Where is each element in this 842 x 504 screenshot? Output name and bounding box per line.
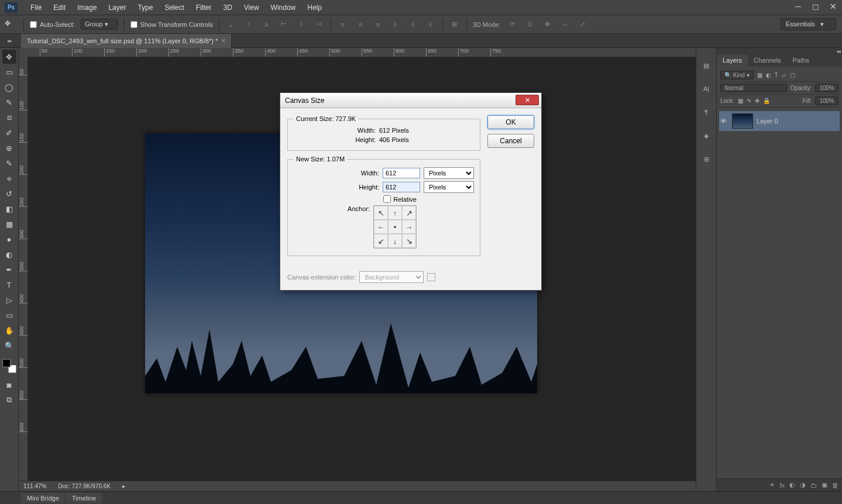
- distribute-hcenter-icon[interactable]: ⦀: [407, 19, 419, 30]
- color-swatches[interactable]: [2, 359, 16, 373]
- filter-kind-select[interactable]: 🔍 Kind ▾: [720, 71, 754, 80]
- auto-select-checkbox[interactable]: Auto-Select:: [30, 21, 75, 28]
- new-height-input[interactable]: [383, 182, 420, 192]
- layer-mask-icon[interactable]: ◐: [789, 481, 795, 489]
- delete-layer-icon[interactable]: 🗑: [832, 482, 838, 489]
- ruler-origin[interactable]: [19, 48, 28, 57]
- marquee-tool[interactable]: ▭: [2, 65, 16, 79]
- anchor-se[interactable]: ↘: [402, 234, 416, 248]
- paths-tab[interactable]: Paths: [787, 55, 815, 67]
- vertical-ruler[interactable]: 50100150200250300350400450500550600: [19, 57, 28, 491]
- paragraph-panel-icon[interactable]: ¶: [700, 106, 712, 118]
- new-width-units-select[interactable]: Pixels: [424, 167, 474, 179]
- scale-3d-icon[interactable]: ⤢: [576, 19, 588, 30]
- lock-pixels-icon[interactable]: ✎: [747, 98, 751, 104]
- slide-3d-icon[interactable]: ↔: [559, 19, 571, 30]
- orbit-3d-icon[interactable]: ⟳: [506, 19, 518, 30]
- menu-file[interactable]: File: [25, 1, 47, 14]
- quick-select-tool[interactable]: ✎: [2, 95, 16, 109]
- blur-tool[interactable]: ●: [2, 232, 16, 246]
- foreground-swatch[interactable]: [2, 359, 11, 367]
- align-left-icon[interactable]: ⊢: [278, 19, 290, 30]
- lock-position-icon[interactable]: ✥: [755, 98, 759, 104]
- history-panel-icon[interactable]: ▤: [700, 60, 712, 71]
- collapse-panels-icon[interactable]: ◂◂: [836, 48, 840, 54]
- menu-layer[interactable]: Layer: [102, 1, 132, 14]
- window-maximize-button[interactable]: ◻: [807, 0, 824, 13]
- distribute-left-icon[interactable]: ⦀: [390, 19, 401, 30]
- anchor-e[interactable]: →: [402, 220, 416, 234]
- anchor-w[interactable]: ←: [374, 220, 388, 234]
- zoom-tool[interactable]: 🔍: [2, 339, 16, 353]
- blend-mode-select[interactable]: Normal: [720, 84, 787, 92]
- filter-type-icon[interactable]: T: [775, 72, 778, 78]
- lasso-tool[interactable]: ◯: [2, 80, 16, 94]
- quick-mask-tool[interactable]: ◙: [2, 378, 16, 392]
- healing-tool[interactable]: ⊕: [2, 141, 16, 155]
- menu-view[interactable]: View: [238, 1, 265, 14]
- menu-window[interactable]: Window: [265, 1, 302, 14]
- crop-tool[interactable]: ⧈: [2, 111, 16, 125]
- align-top-icon[interactable]: ⫠: [225, 19, 237, 30]
- new-height-units-select[interactable]: Pixels: [424, 181, 474, 193]
- channels-tab[interactable]: Channels: [748, 55, 786, 67]
- status-more-icon[interactable]: ▸: [122, 483, 125, 489]
- move-tool[interactable]: ✥: [2, 50, 16, 64]
- anchor-sw[interactable]: ↙: [374, 234, 388, 248]
- align-hcenter-icon[interactable]: ⫲: [295, 19, 307, 30]
- lock-transparency-icon[interactable]: ▦: [738, 98, 743, 104]
- window-close-button[interactable]: ✕: [824, 0, 842, 13]
- lock-all-icon[interactable]: 🔒: [763, 98, 770, 104]
- layer-name-label[interactable]: Layer 0: [757, 118, 778, 125]
- link-layers-icon[interactable]: ⚭: [769, 481, 775, 489]
- layer-thumbnail[interactable]: [732, 113, 753, 129]
- align-bottom-icon[interactable]: ⫡: [260, 19, 272, 30]
- dialog-close-button[interactable]: ✕: [515, 95, 539, 105]
- horizontal-ruler[interactable]: 5010015020025030035040045050055060065070…: [28, 48, 696, 57]
- close-tab-icon[interactable]: ×: [221, 37, 225, 45]
- menu-type[interactable]: Type: [132, 1, 159, 14]
- layer-group-icon[interactable]: 🗀: [810, 482, 817, 489]
- menu-select[interactable]: Select: [159, 1, 190, 14]
- zoom-level[interactable]: 111.47%: [23, 483, 46, 489]
- history-brush-tool[interactable]: ↺: [2, 187, 16, 201]
- hand-tool[interactable]: ✋: [2, 323, 16, 337]
- character-panel-icon[interactable]: A|: [700, 83, 712, 95]
- gradient-tool[interactable]: ▦: [2, 217, 16, 231]
- anchor-s[interactable]: ↓: [388, 234, 402, 248]
- align-right-icon[interactable]: ⊣: [313, 19, 325, 30]
- eyedropper-tool[interactable]: ✐: [2, 126, 16, 140]
- document-tab[interactable]: Tutorial_DSC_2493_wm_full size.psd @ 111…: [21, 34, 232, 48]
- align-vcenter-icon[interactable]: ⫱: [243, 19, 255, 30]
- timeline-tab[interactable]: Timeline: [66, 493, 102, 503]
- doc-size-label[interactable]: Doc: 727.9K/970.6K: [58, 483, 111, 489]
- distribute-top-icon[interactable]: ≡: [337, 19, 349, 30]
- properties-panel-icon[interactable]: ⊞: [700, 153, 712, 165]
- cancel-button[interactable]: Cancel: [487, 134, 534, 148]
- filter-pixel-icon[interactable]: ▦: [757, 72, 762, 78]
- auto-align-icon[interactable]: ⊞: [449, 19, 460, 30]
- eraser-tool[interactable]: ◧: [2, 202, 16, 216]
- anchor-n[interactable]: ↑: [388, 206, 402, 220]
- auto-select-mode-select[interactable]: Group ▾: [81, 19, 118, 30]
- dialog-titlebar[interactable]: Canvas Size ✕: [280, 93, 541, 108]
- brush-tool[interactable]: ✎: [2, 156, 16, 170]
- new-layer-icon[interactable]: ▣: [822, 481, 827, 489]
- menu-edit[interactable]: Edit: [47, 1, 71, 14]
- filter-smart-icon[interactable]: ▢: [790, 72, 795, 78]
- filter-adjustment-icon[interactable]: ◐: [766, 72, 771, 78]
- path-select-tool[interactable]: ▷: [2, 293, 16, 307]
- dodge-tool[interactable]: ◐: [2, 247, 16, 261]
- opacity-input[interactable]: 100%: [815, 84, 838, 92]
- menu-image[interactable]: Image: [71, 1, 102, 14]
- shape-tool[interactable]: ▭: [2, 308, 16, 322]
- pan-3d-icon[interactable]: ✥: [541, 19, 553, 30]
- roll-3d-icon[interactable]: ⊙: [524, 19, 535, 30]
- menu-help[interactable]: Help: [301, 1, 328, 14]
- anchor-ne[interactable]: ↗: [402, 206, 416, 220]
- new-width-input[interactable]: [383, 168, 420, 178]
- adjustment-layer-icon[interactable]: ◑: [800, 481, 806, 489]
- layer-row[interactable]: 👁 Layer 0: [719, 111, 840, 131]
- menu-3d[interactable]: 3D: [217, 1, 238, 14]
- stamp-tool[interactable]: ⎆: [2, 171, 16, 185]
